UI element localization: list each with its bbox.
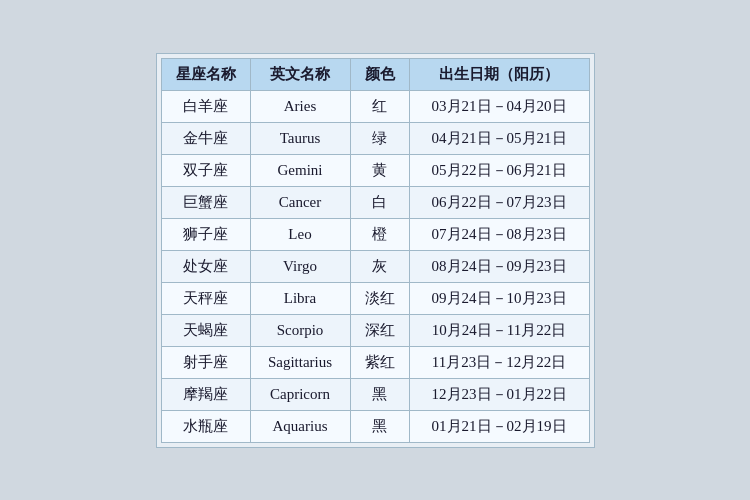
table-body: 白羊座Aries红03月21日－04月20日金牛座Taurus绿04月21日－0… [161,90,589,442]
table-row: 水瓶座Aquarius黑01月21日－02月19日 [161,410,589,442]
table-row: 双子座Gemini黄05月22日－06月21日 [161,154,589,186]
cell-color: 黑 [350,410,409,442]
cell-chinese-name: 巨蟹座 [161,186,250,218]
header-chinese-name: 星座名称 [161,58,250,90]
cell-birthdate: 10月24日－11月22日 [409,314,589,346]
cell-english-name: Leo [250,218,350,250]
cell-color: 黑 [350,378,409,410]
cell-chinese-name: 水瓶座 [161,410,250,442]
cell-english-name: Cancer [250,186,350,218]
table-row: 天秤座Libra淡红09月24日－10月23日 [161,282,589,314]
cell-color: 紫红 [350,346,409,378]
table-row: 金牛座Taurus绿04月21日－05月21日 [161,122,589,154]
cell-birthdate: 06月22日－07月23日 [409,186,589,218]
table-row: 摩羯座Capricorn黑12月23日－01月22日 [161,378,589,410]
cell-chinese-name: 射手座 [161,346,250,378]
cell-color: 黄 [350,154,409,186]
cell-color: 深红 [350,314,409,346]
cell-color: 灰 [350,250,409,282]
cell-chinese-name: 天蝎座 [161,314,250,346]
cell-birthdate: 05月22日－06月21日 [409,154,589,186]
header-color: 颜色 [350,58,409,90]
cell-birthdate: 01月21日－02月19日 [409,410,589,442]
table-row: 巨蟹座Cancer白06月22日－07月23日 [161,186,589,218]
cell-birthdate: 09月24日－10月23日 [409,282,589,314]
cell-english-name: Aquarius [250,410,350,442]
cell-english-name: Capricorn [250,378,350,410]
table-row: 射手座Sagittarius紫红11月23日－12月22日 [161,346,589,378]
table-row: 处女座Virgo灰08月24日－09月23日 [161,250,589,282]
cell-english-name: Gemini [250,154,350,186]
cell-birthdate: 07月24日－08月23日 [409,218,589,250]
cell-chinese-name: 处女座 [161,250,250,282]
table-header-row: 星座名称 英文名称 颜色 出生日期（阳历） [161,58,589,90]
cell-color: 橙 [350,218,409,250]
cell-chinese-name: 金牛座 [161,122,250,154]
cell-birthdate: 04月21日－05月21日 [409,122,589,154]
zodiac-table-container: 星座名称 英文名称 颜色 出生日期（阳历） 白羊座Aries红03月21日－04… [156,53,595,448]
table-row: 白羊座Aries红03月21日－04月20日 [161,90,589,122]
cell-chinese-name: 狮子座 [161,218,250,250]
cell-color: 白 [350,186,409,218]
zodiac-table: 星座名称 英文名称 颜色 出生日期（阳历） 白羊座Aries红03月21日－04… [161,58,590,443]
cell-english-name: Virgo [250,250,350,282]
cell-birthdate: 03月21日－04月20日 [409,90,589,122]
cell-birthdate: 12月23日－01月22日 [409,378,589,410]
cell-color: 淡红 [350,282,409,314]
cell-birthdate: 08月24日－09月23日 [409,250,589,282]
header-english-name: 英文名称 [250,58,350,90]
cell-birthdate: 11月23日－12月22日 [409,346,589,378]
cell-english-name: Scorpio [250,314,350,346]
table-row: 天蝎座Scorpio深红10月24日－11月22日 [161,314,589,346]
header-birthdate: 出生日期（阳历） [409,58,589,90]
cell-chinese-name: 双子座 [161,154,250,186]
cell-color: 绿 [350,122,409,154]
cell-english-name: Libra [250,282,350,314]
cell-chinese-name: 天秤座 [161,282,250,314]
cell-chinese-name: 摩羯座 [161,378,250,410]
table-row: 狮子座Leo橙07月24日－08月23日 [161,218,589,250]
cell-english-name: Sagittarius [250,346,350,378]
cell-color: 红 [350,90,409,122]
cell-english-name: Aries [250,90,350,122]
cell-english-name: Taurus [250,122,350,154]
cell-chinese-name: 白羊座 [161,90,250,122]
